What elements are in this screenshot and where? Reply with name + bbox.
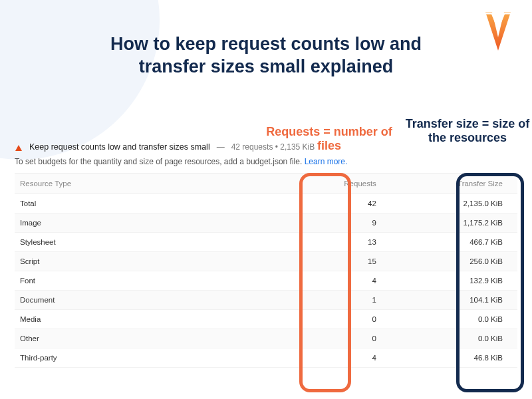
cell-requests: 9 <box>291 213 382 232</box>
cell-resource-type: Media <box>15 309 291 329</box>
audit-summary-separator: — <box>217 142 225 152</box>
cell-requests: 42 <box>291 194 382 213</box>
cell-requests: 0 <box>291 309 382 329</box>
col-requests: Requests <box>291 173 382 194</box>
page-title: How to keep request counts low and trans… <box>80 33 452 78</box>
resource-table: Resource Type Requests Transfer Size Tot… <box>15 173 517 368</box>
table-row: Other00.0 KiB <box>15 329 517 348</box>
col-transfer-size: Transfer Size <box>382 173 517 194</box>
cell-transfer-size: 46.8 KiB <box>382 348 517 367</box>
cell-requests: 13 <box>291 232 382 251</box>
table-row: Media00.0 KiB <box>15 309 517 329</box>
cell-requests: 4 <box>291 348 382 367</box>
cell-resource-type: Document <box>15 290 291 309</box>
table-row: Image91,175.2 KiB <box>15 213 517 232</box>
cell-transfer-size: 0.0 KiB <box>382 309 517 329</box>
table-row: Document1104.1 KiB <box>15 290 517 309</box>
cell-resource-type: Stylesheet <box>15 232 291 251</box>
table-row: Third-party446.8 KiB <box>15 348 517 367</box>
annotation-requests: Requests = number of files <box>266 125 392 152</box>
col-resource-type: Resource Type <box>15 173 291 194</box>
brand-logo-icon <box>483 11 513 52</box>
table-row: Font4132.9 KiB <box>15 271 517 290</box>
audit-subtext-pre: To set budgets for the quantity and size… <box>15 157 305 166</box>
cell-transfer-size: 132.9 KiB <box>382 271 517 290</box>
learn-more-link[interactable]: Learn more. <box>305 157 348 166</box>
cell-transfer-size: 256.0 KiB <box>382 251 517 271</box>
warning-triangle-icon <box>15 143 23 151</box>
cell-resource-type: Total <box>15 194 291 213</box>
table-header-row: Resource Type Requests Transfer Size <box>15 173 517 194</box>
table-row: Stylesheet13466.7 KiB <box>15 232 517 251</box>
audit-subtext: To set budgets for the quantity and size… <box>15 154 517 173</box>
cell-resource-type: Script <box>15 251 291 271</box>
cell-transfer-size: 0.0 KiB <box>382 329 517 348</box>
cell-transfer-size: 466.7 KiB <box>382 232 517 251</box>
cell-requests: 15 <box>291 251 382 271</box>
cell-resource-type: Image <box>15 213 291 232</box>
cell-resource-type: Font <box>15 271 291 290</box>
cell-resource-type: Other <box>15 329 291 348</box>
cell-transfer-size: 2,135.0 KiB <box>382 194 517 213</box>
audit-panel: Keep request counts low and transfer siz… <box>0 138 532 368</box>
background-circle <box>0 0 160 160</box>
audit-title: Keep request counts low and transfer siz… <box>29 142 210 152</box>
cell-transfer-size: 1,175.2 KiB <box>382 213 517 232</box>
cell-requests: 4 <box>291 271 382 290</box>
cell-requests: 0 <box>291 329 382 348</box>
table-row: Total422,135.0 KiB <box>15 194 517 213</box>
cell-resource-type: Third-party <box>15 348 291 367</box>
annotation-transfer: Transfer size = size of the resources <box>404 117 531 144</box>
cell-requests: 1 <box>291 290 382 309</box>
cell-transfer-size: 104.1 KiB <box>382 290 517 309</box>
table-row: Script15256.0 KiB <box>15 251 517 271</box>
